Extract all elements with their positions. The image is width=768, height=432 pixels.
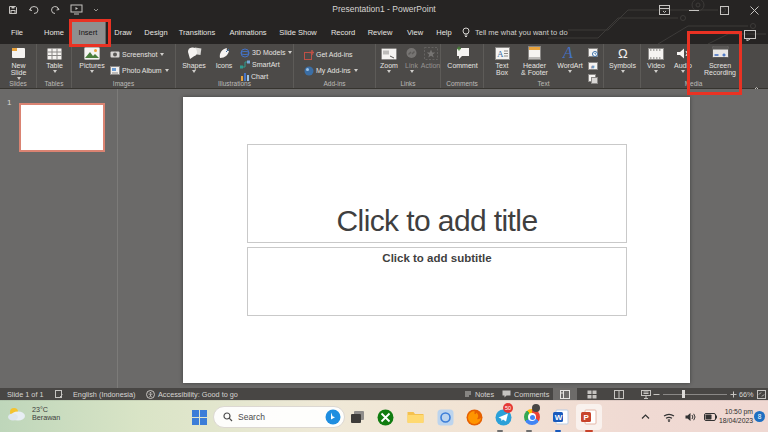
- wifi-icon[interactable]: [658, 406, 680, 428]
- telegram-icon[interactable]: 50: [492, 406, 514, 428]
- fit-slide-icon[interactable]: [757, 388, 766, 400]
- screenshot-icon: [110, 50, 120, 59]
- svg-text:A: A: [562, 45, 573, 60]
- tab-slide-show[interactable]: Slide Show: [271, 20, 325, 44]
- new-slide-button[interactable]: New Slide: [3, 46, 34, 80]
- pictures-icon: [84, 46, 100, 60]
- svg-text:Ω: Ω: [618, 46, 628, 60]
- firefox-icon[interactable]: [463, 406, 485, 428]
- shapes-icon: [186, 46, 202, 60]
- notification-badge[interactable]: 8: [754, 411, 765, 422]
- title-placeholder[interactable]: Click to add title: [247, 144, 627, 243]
- comment-button[interactable]: Comment: [447, 46, 478, 69]
- header: Presentation1 - PowerPoint File Home Ins…: [0, 0, 768, 44]
- smartart-button[interactable]: SmartArt: [240, 59, 280, 70]
- tell-me-box[interactable]: Tell me what you want to do: [462, 20, 568, 44]
- highlight-screen-recording: [687, 31, 742, 95]
- photo-album-button[interactable]: Photo Album: [110, 65, 169, 76]
- weather-widget[interactable]: 23°CBerawan: [6, 405, 60, 423]
- slide-canvas[interactable]: Click to add title Click to add subtitle: [183, 97, 690, 383]
- wordart-button[interactable]: A WordArt: [554, 46, 586, 73]
- text-box-icon: A: [495, 46, 510, 60]
- text-box-button[interactable]: A Text Box: [491, 46, 513, 76]
- accessibility-icon: [146, 388, 155, 400]
- tab-draw[interactable]: Draw: [106, 20, 140, 44]
- powerpoint-taskbar-active[interactable]: P: [576, 404, 602, 430]
- lightbulb-icon: [462, 27, 470, 38]
- file-explorer-icon[interactable]: [404, 406, 426, 428]
- xbox-icon[interactable]: [374, 406, 396, 428]
- zoom-in-button[interactable]: [730, 388, 737, 400]
- group-label-tables: Tables: [37, 80, 71, 87]
- start-button[interactable]: [188, 406, 210, 428]
- normal-view-button[interactable]: [553, 388, 577, 400]
- maximize-button[interactable]: [710, 0, 738, 20]
- clock[interactable]: 10:50 pm18/04/2023: [719, 407, 753, 425]
- reading-view-button[interactable]: [607, 388, 631, 400]
- dropdown-caret: [681, 70, 685, 73]
- battery-icon[interactable]: [699, 406, 721, 428]
- smartart-icon: [240, 60, 250, 69]
- tab-record[interactable]: Record: [323, 20, 363, 44]
- zoom-button[interactable]: Zoom: [377, 46, 401, 73]
- table-icon: [47, 46, 62, 60]
- shapes-button[interactable]: Shapes: [179, 46, 209, 73]
- spell-check-icon[interactable]: [55, 388, 63, 400]
- notes-toggle[interactable]: Notes: [464, 388, 494, 400]
- tab-review[interactable]: Review: [360, 20, 401, 44]
- settings-app-icon[interactable]: [434, 406, 456, 428]
- task-view-button[interactable]: [346, 406, 368, 428]
- tab-view[interactable]: View: [399, 20, 431, 44]
- group-illustrations: Shapes Icons 3D Models SmartArt Chart Il…: [176, 44, 294, 88]
- icons-button[interactable]: Icons: [212, 46, 236, 69]
- get-addins-icon: [304, 50, 314, 60]
- close-button[interactable]: [740, 0, 768, 20]
- search-box[interactable]: Search: [213, 406, 345, 428]
- subtitle-placeholder[interactable]: Click to add subtitle: [247, 247, 627, 316]
- feedback-icon[interactable]: [744, 27, 756, 45]
- my-addins-button[interactable]: My Add-ins: [304, 65, 358, 76]
- minimize-button[interactable]: [680, 0, 708, 20]
- video-button[interactable]: Video: [643, 46, 669, 73]
- slide-number-button[interactable]: #: [587, 60, 598, 71]
- group-comments: Comment Comments: [441, 44, 484, 88]
- header-footer-button[interactable]: Header & Footer: [517, 46, 552, 76]
- tab-animations[interactable]: Animations: [221, 20, 274, 44]
- group-links: Zoom Link Action Links: [376, 44, 441, 88]
- ribbon-tabs: File Home Insert Draw Design Transitions…: [0, 20, 768, 44]
- tab-transitions[interactable]: Transitions: [171, 20, 223, 44]
- link-button[interactable]: Link: [403, 46, 420, 73]
- symbols-button[interactable]: Ω Symbols: [607, 46, 638, 73]
- pictures-button[interactable]: Pictures: [78, 46, 106, 73]
- slide-sorter-view-button[interactable]: [580, 388, 604, 400]
- zoom-slider-track[interactable]: [663, 394, 727, 396]
- tab-design[interactable]: Design: [136, 20, 175, 44]
- dropdown-caret: [192, 70, 196, 73]
- tab-home[interactable]: Home: [36, 20, 72, 44]
- comments-toggle[interactable]: Comments: [502, 388, 549, 400]
- panel-divider[interactable]: [117, 89, 118, 388]
- tab-help[interactable]: Help: [428, 20, 459, 44]
- chrome-icon[interactable]: [521, 406, 543, 428]
- screenshot-button[interactable]: Screenshot: [110, 49, 164, 60]
- accessibility-status[interactable]: Accessibility: Good to go: [158, 388, 238, 400]
- slide-thumbnail[interactable]: [19, 103, 105, 152]
- volume-icon[interactable]: [679, 406, 701, 428]
- 3d-models-button[interactable]: 3D Models: [240, 47, 292, 58]
- zoom-level[interactable]: 66%: [739, 388, 754, 400]
- table-button[interactable]: Table: [40, 46, 69, 73]
- tab-file[interactable]: File: [3, 20, 31, 44]
- ribbon-display-options-icon[interactable]: [650, 0, 678, 20]
- highlight-insert-tab: [69, 19, 111, 47]
- icons-icon: [217, 46, 232, 60]
- get-addins-button[interactable]: Get Add-ins: [304, 49, 353, 60]
- date-time-button[interactable]: [587, 46, 598, 57]
- dropdown-caret: [160, 53, 164, 56]
- action-button[interactable]: Action: [421, 46, 440, 69]
- group-label-text: Text: [484, 80, 603, 87]
- zoom-slider-thumb[interactable]: [682, 390, 685, 398]
- language-indicator[interactable]: English (Indonesia): [73, 388, 135, 400]
- word-icon[interactable]: W: [550, 406, 572, 428]
- tray-chevron-icon[interactable]: [634, 406, 656, 428]
- zoom-out-button[interactable]: [653, 388, 660, 400]
